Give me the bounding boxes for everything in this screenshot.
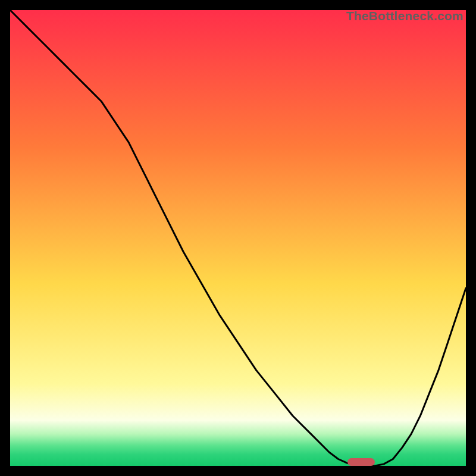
chart-frame: TheBottleneck.com xyxy=(10,10,466,466)
bottleneck-chart xyxy=(10,10,466,466)
optimal-marker xyxy=(347,458,375,466)
watermark-label: TheBottleneck.com xyxy=(346,9,464,23)
